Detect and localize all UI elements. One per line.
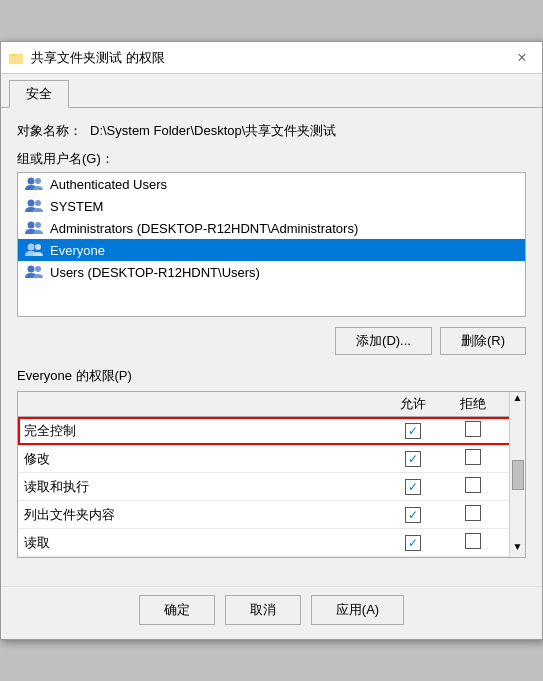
user-name: Administrators (DESKTOP-R12HDNT\Administ… <box>50 221 358 236</box>
checkbox[interactable] <box>465 505 481 521</box>
svg-point-11 <box>35 266 41 272</box>
perm-col-deny: 拒绝 <box>443 395 503 413</box>
permissions-table-container: 允许 拒绝 完全控制 ✓ 修改 <box>17 391 526 558</box>
checkmark: ✓ <box>408 509 418 521</box>
object-name-row: 对象名称： D:\System Folder\Desktop\共享文件夹测试 <box>17 122 526 140</box>
svg-point-7 <box>35 222 41 228</box>
titlebar-left: 共享文件夹测试 的权限 <box>9 49 165 67</box>
perm-allow-checkbox[interactable]: ✓ <box>383 535 443 551</box>
remove-button[interactable]: 删除(R) <box>440 327 526 355</box>
tab-bar: 安全 <box>1 74 542 108</box>
scrollbar[interactable]: ▲ ▼ <box>509 392 525 557</box>
checkmark: ✓ <box>408 537 418 549</box>
checkbox[interactable] <box>465 421 481 437</box>
perm-col-allow: 允许 <box>383 395 443 413</box>
user-name: SYSTEM <box>50 199 103 214</box>
perm-row-list-folder: 列出文件夹内容 ✓ <box>18 501 525 529</box>
svg-point-8 <box>28 244 35 251</box>
dialog-window: 共享文件夹测试 的权限 × 安全 对象名称： D:\System Folder\… <box>0 41 543 640</box>
perm-row-read: 读取 ✓ <box>18 529 525 557</box>
checkmark: ✓ <box>408 453 418 465</box>
add-button[interactable]: 添加(D)... <box>335 327 432 355</box>
object-name-label: 对象名称： <box>17 122 82 140</box>
scroll-down[interactable]: ▼ <box>512 541 524 557</box>
perm-allow-checkbox[interactable]: ✓ <box>383 423 443 439</box>
perm-name: 修改 <box>24 450 383 468</box>
folder-share-icon <box>9 50 25 66</box>
permissions-label: Everyone 的权限(P) <box>17 367 526 385</box>
svg-point-9 <box>35 244 41 250</box>
perm-allow-checkbox[interactable]: ✓ <box>383 451 443 467</box>
users-list[interactable]: Authenticated Users SYSTEM <box>17 172 526 317</box>
perm-deny-checkbox[interactable] <box>443 421 503 440</box>
perm-col-name <box>24 395 383 413</box>
groups-label: 组或用户名(G)： <box>17 150 526 168</box>
checkmark: ✓ <box>408 425 418 437</box>
perm-row-full-control: 完全控制 ✓ <box>18 417 525 445</box>
list-item[interactable]: Authenticated Users <box>18 173 525 195</box>
svg-point-5 <box>35 200 41 206</box>
user-icon <box>24 264 44 280</box>
perm-allow-checkbox[interactable]: ✓ <box>383 479 443 495</box>
close-button[interactable]: × <box>510 46 534 70</box>
checkmark: ✓ <box>408 481 418 493</box>
svg-point-3 <box>35 178 41 184</box>
user-name: Authenticated Users <box>50 177 167 192</box>
user-name: Users (DESKTOP-R12HDNT\Users) <box>50 265 260 280</box>
user-icon <box>24 220 44 236</box>
checkbox[interactable]: ✓ <box>405 535 421 551</box>
svg-point-2 <box>28 178 35 185</box>
perm-allow-checkbox[interactable]: ✓ <box>383 507 443 523</box>
perm-row-read-execute: 读取和执行 ✓ <box>18 473 525 501</box>
checkbox[interactable]: ✓ <box>405 451 421 467</box>
user-icon <box>24 176 44 192</box>
perm-name: 读取 <box>24 534 383 552</box>
perm-name: 完全控制 <box>24 422 383 440</box>
scroll-up[interactable]: ▲ <box>512 392 524 408</box>
cancel-button[interactable]: 取消 <box>225 595 301 625</box>
perm-deny-checkbox[interactable] <box>443 477 503 496</box>
checkbox[interactable]: ✓ <box>405 423 421 439</box>
checkbox[interactable]: ✓ <box>405 507 421 523</box>
checkbox[interactable]: ✓ <box>405 479 421 495</box>
ok-button[interactable]: 确定 <box>139 595 215 625</box>
footer-buttons: 确定 取消 应用(A) <box>1 586 542 639</box>
checkbox[interactable] <box>465 533 481 549</box>
user-icon <box>24 242 44 258</box>
permissions-header: 允许 拒绝 <box>18 392 525 417</box>
titlebar-title: 共享文件夹测试 的权限 <box>31 49 165 67</box>
tab-security[interactable]: 安全 <box>9 80 69 108</box>
scroll-thumb[interactable] <box>512 460 524 490</box>
svg-point-10 <box>28 266 35 273</box>
user-name: Everyone <box>50 243 105 258</box>
content-area: 对象名称： D:\System Folder\Desktop\共享文件夹测试 组… <box>1 108 542 586</box>
perm-name: 读取和执行 <box>24 478 383 496</box>
perm-deny-checkbox[interactable] <box>443 505 503 524</box>
user-action-buttons: 添加(D)... 删除(R) <box>17 327 526 355</box>
list-item-everyone[interactable]: Everyone <box>18 239 525 261</box>
perm-deny-checkbox[interactable] <box>443 533 503 552</box>
checkbox[interactable] <box>465 477 481 493</box>
object-name-value: D:\System Folder\Desktop\共享文件夹测试 <box>90 122 336 140</box>
list-item[interactable]: Users (DESKTOP-R12HDNT\Users) <box>18 261 525 283</box>
list-item[interactable]: Administrators (DESKTOP-R12HDNT\Administ… <box>18 217 525 239</box>
svg-point-4 <box>28 200 35 207</box>
user-icon <box>24 198 44 214</box>
checkbox[interactable] <box>465 449 481 465</box>
svg-point-6 <box>28 222 35 229</box>
list-item[interactable]: SYSTEM <box>18 195 525 217</box>
apply-button[interactable]: 应用(A) <box>311 595 404 625</box>
perm-row-modify: 修改 ✓ <box>18 445 525 473</box>
perm-deny-checkbox[interactable] <box>443 449 503 468</box>
titlebar: 共享文件夹测试 的权限 × <box>1 42 542 74</box>
perm-name: 列出文件夹内容 <box>24 506 383 524</box>
